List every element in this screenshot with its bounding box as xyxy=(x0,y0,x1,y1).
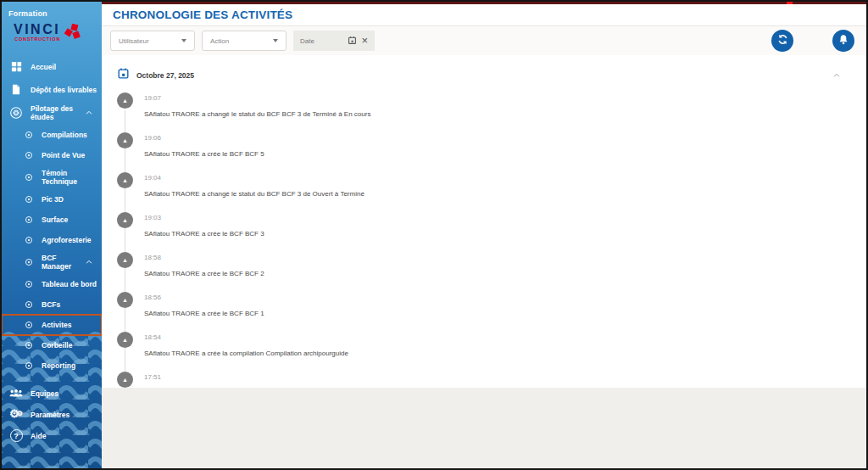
sidebar-item-label: Equipes xyxy=(31,389,98,398)
entry-text: SAfiatou TRAORE a changé le statut du BC… xyxy=(144,110,866,118)
activity-avatar-icon: ▲ xyxy=(117,172,133,188)
sidebar-item-depot-des-livrables[interactable]: Dépôt des livrables xyxy=(2,78,102,101)
sidebar-item-parametres[interactable]: ⚙⚙Paramètres xyxy=(2,404,102,425)
activity-avatar-icon: ▲ xyxy=(117,252,133,268)
sidebar-bottom-nav: Equipes⚙⚙Paramètres?Aide xyxy=(2,383,102,446)
entry-time: 18:58 xyxy=(144,254,866,261)
sidebar-item-label: Compilations xyxy=(42,131,98,139)
user-filter-placeholder: Utilisateur xyxy=(119,37,149,45)
chevron-up-icon xyxy=(85,258,93,266)
calendar-icon xyxy=(117,67,130,83)
sidebar-item-tableau-de-bord[interactable]: Tableau de bord xyxy=(2,274,102,294)
main-area: CHRONOLOGIE DES ACTIVITÉS Utilisateur Ac… xyxy=(102,2,866,468)
activity-avatar-icon: ▲ xyxy=(117,292,133,308)
timeline-entries: ▲19:07SAfiatou TRAORE a changé le statut… xyxy=(115,90,866,388)
environment-label: Formation xyxy=(8,9,95,18)
sidebar-item-label: Reporting xyxy=(42,361,98,370)
activity-avatar-icon: ▲ xyxy=(117,132,133,148)
page-background xyxy=(102,388,866,468)
timeline-date-group-header[interactable]: Octobre 27, 2025 xyxy=(115,67,866,83)
sidebar-item-label: Point de Vue xyxy=(42,151,98,159)
entry-text: SAfiatou TRAORE a crée le BCF BCF 1 xyxy=(144,310,866,317)
activity-avatar-icon: ▲ xyxy=(117,372,133,388)
sidebar-item-aide[interactable]: ?Aide xyxy=(2,425,102,446)
cube-icon xyxy=(9,106,23,120)
page-header: CHRONOLOGIE DES ACTIVITÉS xyxy=(102,4,866,26)
activity-avatar-icon: ▲ xyxy=(117,332,133,348)
circle-dot-icon xyxy=(25,173,33,182)
filter-bar: Utilisateur Action Date × xyxy=(102,26,866,55)
entry-text: SAfiatou TRAORE a crée le BCF BCF 5 xyxy=(144,150,866,158)
circle-dot-icon xyxy=(25,151,33,159)
sidebar-item-point-de-vue[interactable]: Point de Vue xyxy=(2,145,102,165)
sidebar-item-label: Surface xyxy=(42,215,98,224)
bell-icon xyxy=(837,34,849,48)
action-filter-placeholder: Action xyxy=(210,37,229,45)
red-indicator xyxy=(787,2,793,4)
sidebar-item-reporting[interactable]: Reporting xyxy=(2,355,102,376)
notifications-button[interactable] xyxy=(832,30,854,52)
chevron-down-icon xyxy=(273,39,278,42)
timeline-entry: ▲19:07SAfiatou TRAORE a changé le statut… xyxy=(115,90,866,130)
date-filter-input[interactable]: Date × xyxy=(293,31,375,51)
activity-avatar-icon: ▲ xyxy=(117,212,133,228)
user-filter-select[interactable]: Utilisateur xyxy=(110,31,195,51)
grid-icon xyxy=(9,60,23,73)
date-filter-placeholder: Date xyxy=(300,37,343,45)
entry-time: 19:04 xyxy=(144,174,866,182)
entry-text: SAfiatou TRAORE a crée la compilation Co… xyxy=(144,350,866,357)
sidebar-item-activites[interactable]: Activites xyxy=(2,315,102,335)
timeline-entry: ▲18:58SAfiatou TRAORE a crée le BCF BCF … xyxy=(115,249,866,289)
sidebar-item-label: Paramètres xyxy=(31,411,98,419)
clear-date-icon[interactable]: × xyxy=(361,36,368,46)
timeline-entry: ▲17:51SAfiatou TRAORE a modifié la compi… xyxy=(115,369,866,388)
entry-time: 18:56 xyxy=(144,294,866,301)
sidebar-item-label: BCFs xyxy=(42,300,98,309)
sidebar-item-label: Agroforesterie xyxy=(42,236,98,244)
vinci-logo: VINCI CONSTRUCTION xyxy=(14,24,95,45)
activity-timeline-panel: Octobre 27, 2025 ▲19:07SAfiatou TRAORE a… xyxy=(102,55,866,388)
calendar-icon[interactable] xyxy=(348,36,357,47)
circle-dot-icon xyxy=(25,280,33,288)
chevron-down-icon xyxy=(181,39,186,42)
sidebar-item-compilations[interactable]: Compilations xyxy=(2,125,102,145)
timeline-entry: ▲19:03SAfiatou TRAORE a crée le BCF BCF … xyxy=(115,210,866,249)
sidebar-item-pic-3d[interactable]: Pic 3D xyxy=(2,189,102,210)
sidebar-item-label: Corbeille xyxy=(42,341,98,350)
sidebar-item-label: Activites xyxy=(42,321,98,329)
circle-dot-icon xyxy=(25,258,33,266)
sidebar-item-temoin-technique[interactable]: Témoin Technique xyxy=(2,165,102,189)
vinci-mark-icon xyxy=(64,24,81,45)
timeline-entry: ▲19:04SAfiatou TRAORE a changé le statut… xyxy=(115,170,866,210)
timeline-group-date: Octobre 27, 2025 xyxy=(136,71,194,80)
sidebar-nav: AccueilDépôt des livrablesPilotage des é… xyxy=(2,55,102,376)
timeline-entry: ▲18:54SAfiatou TRAORE a crée la compilat… xyxy=(115,329,866,369)
sidebar-item-bcf-manager[interactable]: BCF Manager xyxy=(2,250,102,274)
sidebar-item-agroforesterie[interactable]: Agroforesterie xyxy=(2,230,102,250)
sidebar-item-equipes[interactable]: Equipes xyxy=(2,383,102,404)
sidebar-item-label: Dépôt des livrables xyxy=(31,86,98,94)
entry-time: 18:54 xyxy=(144,333,866,341)
brand-block: Formation VINCI CONSTRUCTION xyxy=(2,2,102,50)
sidebar-item-corbeille[interactable]: Corbeille xyxy=(2,335,102,355)
action-filter-select[interactable]: Action xyxy=(202,31,287,51)
circle-dot-icon xyxy=(25,195,33,204)
sidebar-item-bcfs[interactable]: BCFs xyxy=(2,294,102,315)
sidebar-item-accueil[interactable]: Accueil xyxy=(2,55,102,78)
circle-dot-icon xyxy=(25,341,33,350)
refresh-button[interactable] xyxy=(771,30,793,52)
refresh-icon xyxy=(776,33,789,48)
circle-dot-icon xyxy=(25,236,33,244)
collapse-group-chevron-up-icon[interactable] xyxy=(832,71,841,80)
brand-subtitle: CONSTRUCTION xyxy=(14,36,60,42)
sidebar-item-surface[interactable]: Surface xyxy=(2,210,102,230)
people-icon xyxy=(9,388,23,399)
brand-name: VINCI xyxy=(14,24,60,36)
circle-dot-icon xyxy=(25,321,33,329)
sidebar-item-label: Témoin Technique xyxy=(42,169,98,186)
entry-text: SAfiatou TRAORE a changé le statut du BC… xyxy=(144,190,866,198)
timeline-entry: ▲18:56SAfiatou TRAORE a crée le BCF BCF … xyxy=(115,289,866,329)
circle-dot-icon xyxy=(25,361,33,370)
sidebar-item-label: Tableau de bord xyxy=(42,280,98,288)
sidebar-item-pilotage-des-etudes[interactable]: Pilotage des études xyxy=(2,101,102,125)
